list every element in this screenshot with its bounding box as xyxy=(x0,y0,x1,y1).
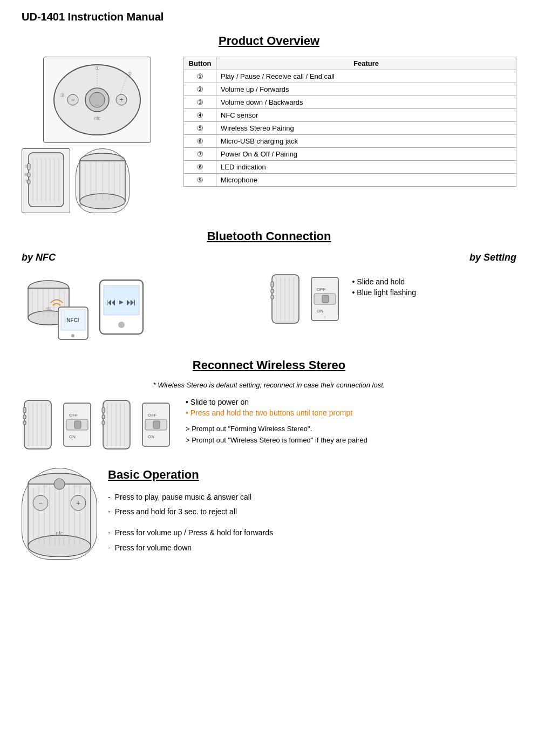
feature-table-row: ③Volume down / Backwards xyxy=(184,96,516,109)
speaker-top-svg: + − nfc ① ② ③ xyxy=(46,59,148,140)
bt-speaker-side xyxy=(269,272,302,326)
reconnect-images: OFF ON OFF ON xyxy=(22,398,175,452)
svg-rect-14 xyxy=(29,153,64,207)
media-control-image: ⏮ ▶ ⏭ xyxy=(97,277,146,337)
svg-rect-72 xyxy=(322,295,329,303)
svg-rect-60 xyxy=(271,282,274,287)
svg-text:nfc: nfc xyxy=(56,530,63,536)
svg-rect-77 xyxy=(23,421,26,425)
speaker-top-view: + − nfc ① ② ③ xyxy=(43,57,151,143)
nfc-speaker-image: nfc NFC/ xyxy=(22,272,92,342)
svg-rect-75 xyxy=(23,407,26,413)
svg-text:NFC/: NFC/ xyxy=(66,317,79,323)
speaker-side-view: ⑤ ⑥ ⑦ xyxy=(22,148,70,213)
feature-description-cell: NFC sensor xyxy=(216,109,516,122)
bluetooth-section: Bluetooth Connection by NFC xyxy=(22,229,516,342)
reconnect-prompt-1: > Prompt out "Forming Wireless Stereo". xyxy=(186,424,516,435)
feature-table-row: ①Play / Pause / Receive call / End call xyxy=(184,70,516,83)
bt-setting-title: by Setting xyxy=(269,252,517,263)
feature-table-row: ⑦Power On & Off / Pairing xyxy=(184,148,516,161)
basic-speaker-image: + − nfc xyxy=(22,468,97,560)
feature-description-cell: LED indication xyxy=(216,161,516,174)
op-text-4: Press for volume up / Press & hold for f… xyxy=(115,526,273,540)
feature-button-cell: ⑤ xyxy=(184,122,216,135)
feature-table-row: ⑨Microphone xyxy=(184,174,516,187)
bluetooth-cols: by NFC xyxy=(22,252,516,342)
product-overview-section: Product Overview + − nfc xyxy=(22,34,516,213)
feature-button-cell: ⑨ xyxy=(184,174,216,187)
dash-1: - xyxy=(108,491,111,504)
basic-speaker-svg: + − nfc xyxy=(24,471,94,557)
product-images: + − nfc ① ② ③ xyxy=(22,57,173,213)
bottom-images: ⑤ ⑥ ⑦ xyxy=(22,148,173,213)
svg-text:−: − xyxy=(71,96,74,104)
svg-rect-76 xyxy=(23,415,26,419)
op-text-1: Press to play, pause music & answer call xyxy=(115,491,251,504)
svg-text:nfc: nfc xyxy=(46,306,52,311)
reconnect-text: Slide to power on Press and hold the two… xyxy=(186,398,516,446)
svg-text:⏮ ▶ ⏭: ⏮ ▶ ⏭ xyxy=(106,297,136,308)
svg-point-116 xyxy=(54,479,65,489)
svg-text:⑦: ⑦ xyxy=(24,179,28,184)
svg-text:②: ② xyxy=(127,71,132,77)
svg-point-2 xyxy=(90,92,105,107)
svg-text:+: + xyxy=(119,96,123,104)
svg-text:③: ③ xyxy=(60,92,65,98)
op-item-1: - Press to play, pause music & answer ca… xyxy=(108,491,516,504)
speaker-front-view: ⑨ ⑧ xyxy=(76,148,130,213)
feature-button-cell: ④ xyxy=(184,109,216,122)
svg-rect-61 xyxy=(271,289,274,293)
col-button: Button xyxy=(184,57,216,70)
product-overview-title: Product Overview xyxy=(22,34,516,48)
feature-button-cell: ⑧ xyxy=(184,161,216,174)
svg-rect-74 xyxy=(24,400,51,449)
svg-rect-62 xyxy=(271,295,274,299)
reconnect-content: OFF ON OFF ON xyxy=(22,398,516,452)
svg-text:ON: ON xyxy=(317,309,323,314)
svg-rect-88 xyxy=(103,400,130,449)
svg-text:OFF: OFF xyxy=(317,287,325,292)
bt-setting-images: OFF ON ↑ xyxy=(269,272,344,326)
col-feature: Feature xyxy=(216,57,516,70)
feature-description-cell: Micro-USB charging jack xyxy=(216,135,516,148)
feature-table-body: ①Play / Pause / Receive call / End call②… xyxy=(184,70,516,187)
reconnect-title: Reconnect Wireless Stereo xyxy=(22,358,516,372)
reconnect-bullet-2: Press and hold the two buttons until ton… xyxy=(186,408,516,417)
reconnect-subtitle: * Wireless Stereo is default setting; re… xyxy=(22,381,516,389)
svg-rect-59 xyxy=(272,275,299,323)
svg-point-58 xyxy=(118,322,125,328)
reconnect-speaker2 xyxy=(100,398,133,452)
bt-power-switch: OFF ON ↑ xyxy=(306,272,344,326)
bt-setting: by Setting xyxy=(269,252,517,342)
bt-setting-bullets: Slide and hold Blue light flashing xyxy=(352,277,417,299)
dash-4: - xyxy=(108,526,111,540)
svg-text:OFF: OFF xyxy=(69,413,78,418)
feature-button-cell: ② xyxy=(184,83,216,96)
feature-table-row: ②Volume up / Forwards xyxy=(184,83,516,96)
media-control-svg: ⏮ ▶ ⏭ xyxy=(97,277,146,337)
feature-description-cell: Play / Pause / Receive call / End call xyxy=(216,70,516,83)
nfc-image-svg: nfc NFC/ xyxy=(22,272,92,342)
svg-text:OFF: OFF xyxy=(148,413,156,418)
basic-ops-list: - Press to play, pause music & answer ca… xyxy=(108,491,516,555)
product-overview-content: + − nfc ① ② ③ xyxy=(22,57,516,213)
basic-operation-title: Basic Operation xyxy=(108,468,516,482)
svg-text:⑨: ⑨ xyxy=(120,156,124,161)
bt-nfc: by NFC xyxy=(22,252,269,342)
svg-text:⑤: ⑤ xyxy=(24,164,28,169)
op-text-5: Press for volume down xyxy=(115,541,192,555)
op-item-2: - Press and hold for 3 sec. to reject al… xyxy=(108,505,516,519)
feature-table-row: ④NFC sensor xyxy=(184,109,516,122)
svg-text:ON: ON xyxy=(69,434,76,439)
op-item-4: - Press for volume up / Press & hold for… xyxy=(108,526,516,540)
bluetooth-title: Bluetooth Connection xyxy=(22,229,516,243)
feature-description-cell: Volume down / Backwards xyxy=(216,96,516,109)
svg-text:+: + xyxy=(76,499,80,507)
feature-table-row: ⑤Wireless Stereo Pairing xyxy=(184,122,516,135)
svg-text:nfc: nfc xyxy=(94,115,101,121)
feature-button-cell: ① xyxy=(184,70,216,83)
dash-2: - xyxy=(108,505,111,519)
svg-text:⑥: ⑥ xyxy=(24,172,28,177)
svg-rect-90 xyxy=(102,415,105,419)
manual-title: UD-1401 Instruction Manual xyxy=(22,11,516,23)
